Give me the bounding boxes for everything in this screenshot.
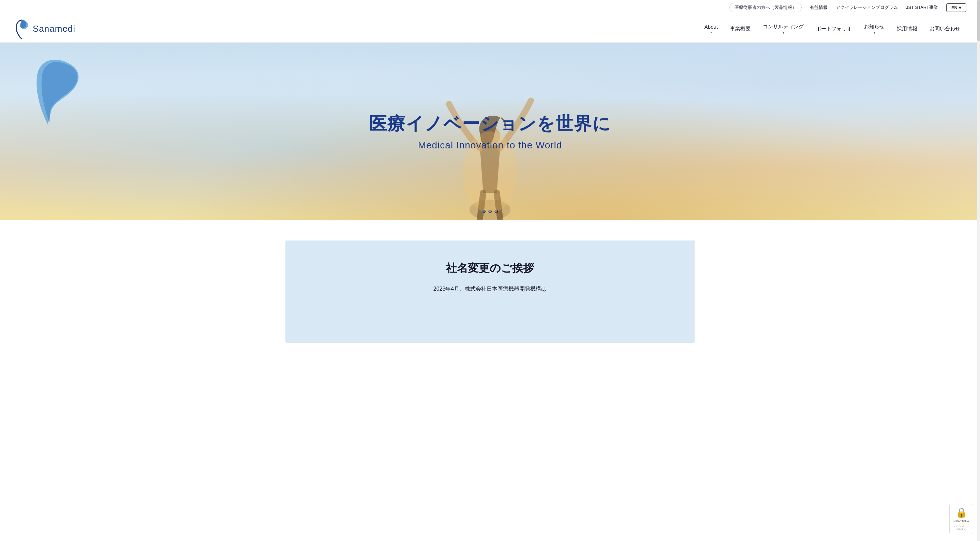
top-bar-links: 医療従事者の方へ（製品情報） 有益情報 アクセラレーションプログラム JST S…: [729, 3, 938, 12]
nav-consulting[interactable]: コンサルティング ▾: [757, 24, 810, 35]
nav-portfolio[interactable]: ポートフォリオ: [810, 25, 858, 32]
hero-content: 医療イノベーションを世界に Medical Innovation to the …: [369, 112, 611, 151]
yueki-link[interactable]: 有益情報: [810, 5, 827, 11]
hero-wing-decoration: [27, 56, 89, 131]
chevron-down-icon: ▾: [873, 31, 875, 35]
main-nav: About ▾ 事業概要 コンサルティング ▾ ポートフォリオ お知らせ ▾ 採…: [698, 24, 966, 35]
nav-recruit[interactable]: 採用情報: [891, 25, 923, 32]
announcement-card: 社名変更のご挨拶 2023年4月、株式会社日本医療機器開発機構は: [285, 240, 695, 343]
language-button[interactable]: EN ▾: [946, 3, 966, 12]
header: Sanamedi About ▾ 事業概要 コンサルティング ▾ ポートフォリオ…: [0, 15, 980, 43]
chevron-down-icon: ▾: [959, 5, 961, 10]
hero-title-english: Medical Innovation to the World: [369, 140, 611, 151]
chevron-down-icon: ▾: [710, 30, 712, 34]
chevron-down-icon: ▾: [783, 31, 784, 35]
scrollbar-thumb[interactable]: [977, 0, 980, 41]
nav-contact[interactable]: お問い合わせ: [923, 25, 966, 32]
acceleration-link[interactable]: アクセラレーションプログラム: [836, 5, 898, 11]
logo-icon: [14, 19, 30, 39]
card-text: 2023年4月、株式会社日本医療機器開発機構は: [313, 284, 667, 294]
card-title: 社名変更のご挨拶: [313, 261, 667, 276]
logo[interactable]: Sanamedi: [14, 19, 75, 39]
carousel-dot-3[interactable]: [495, 210, 498, 213]
content-section: 社名変更のご挨拶 2023年4月、株式会社日本医療機器開発機構は: [0, 220, 980, 343]
logo-text: Sanamedi: [33, 24, 75, 34]
carousel-dots: [482, 210, 498, 213]
medical-link[interactable]: 医療従事者の方へ（製品情報）: [729, 3, 802, 12]
nav-jigyou[interactable]: 事業概要: [724, 25, 757, 32]
top-bar: 医療従事者の方へ（製品情報） 有益情報 アクセラレーションプログラム JST S…: [0, 0, 980, 15]
hero-title-japanese: 医療イノベーションを世界に: [369, 112, 611, 136]
nav-about[interactable]: About ▾: [698, 24, 724, 34]
carousel-dot-1[interactable]: [482, 210, 485, 213]
carousel-dot-2[interactable]: [488, 210, 492, 213]
jst-link[interactable]: JST START事業: [906, 5, 938, 11]
scrollbar-track: [977, 0, 980, 343]
nav-news[interactable]: お知らせ ▾: [858, 24, 891, 35]
hero-section: 医療イノベーションを世界に Medical Innovation to the …: [0, 43, 980, 220]
